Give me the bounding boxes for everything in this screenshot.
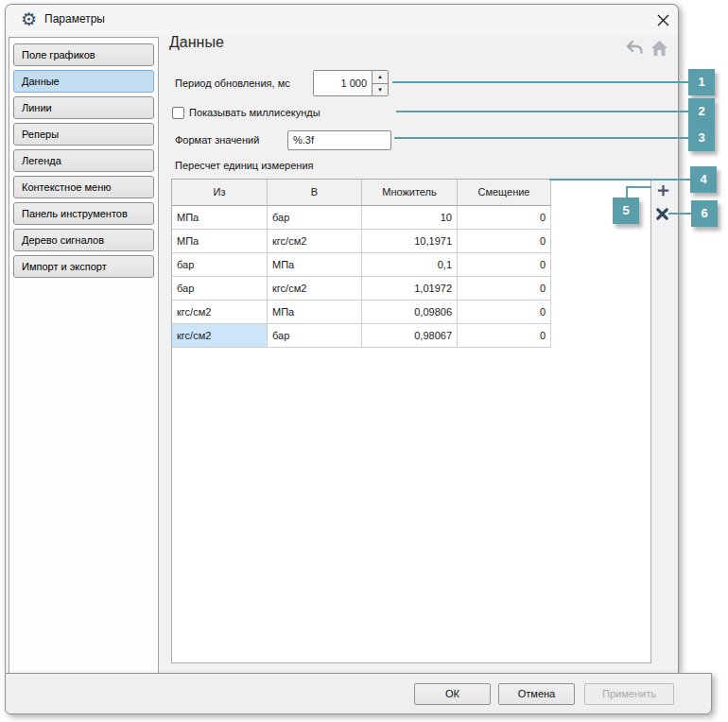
page-canvas: { "window": { "title": "Параметры" }, "i… — [0, 0, 728, 722]
show-milliseconds-label: Показывать миллисекунды — [189, 103, 321, 123]
callout-badge-2: 2 — [688, 98, 715, 125]
table-cell[interactable]: 10 — [362, 206, 458, 230]
update-period-value[interactable]: 1 000 — [314, 71, 372, 95]
value-format-input[interactable]: %.3f — [287, 130, 391, 150]
table-cell[interactable]: 0 — [458, 301, 551, 324]
table-cell[interactable]: бар — [268, 324, 362, 348]
conversion-section-label: Пересчет единиц измерения — [175, 160, 314, 171]
table-row: бар кгс/см2 1,01972 0 — [172, 277, 650, 301]
plus-icon — [656, 183, 670, 198]
table-cell[interactable]: кгс/см2 — [268, 230, 362, 253]
settings-dialog: ⚙ Параметры Поле графиков Данные Линии Р… — [5, 4, 679, 673]
home-button[interactable] — [650, 39, 668, 58]
chevron-down-icon: ▼ — [377, 87, 383, 93]
callout-badge-6: 6 — [691, 200, 718, 227]
spin-up-button[interactable]: ▲ — [373, 71, 388, 84]
table-cell[interactable]: 0 — [458, 230, 551, 253]
sidebar-item-signal-tree[interactable]: Дерево сигналов — [13, 229, 154, 251]
table-cell[interactable]: 0 — [458, 277, 551, 301]
table-row: бар МПа 0,1 0 — [172, 253, 650, 277]
ok-button[interactable]: ОК — [414, 683, 491, 705]
undo-arrow-icon — [625, 40, 644, 57]
callout-line-2 — [396, 111, 688, 112]
update-period-label: Период обновления, мс — [175, 70, 290, 96]
window-title: Параметры — [44, 5, 105, 34]
callout-badge-4: 4 — [690, 166, 717, 193]
sidebar-item-data[interactable]: Данные — [13, 70, 154, 93]
apply-button[interactable]: Применить — [584, 683, 674, 705]
column-header-multiplier: Множитель — [362, 180, 458, 206]
add-row-button[interactable] — [653, 180, 672, 199]
column-header-to: В — [268, 180, 362, 206]
table-cell[interactable]: МПа — [268, 253, 362, 277]
chevron-up-icon: ▲ — [377, 74, 383, 79]
sidebar-item-lines[interactable]: Линии — [13, 96, 154, 119]
home-icon — [650, 40, 668, 57]
cancel-button[interactable]: Отмена — [498, 683, 575, 705]
table-cell[interactable]: 0,98067 — [362, 324, 458, 348]
callout-badge-5: 5 — [613, 198, 639, 224]
column-header-from: Из — [172, 180, 268, 206]
spin-down-button[interactable]: ▼ — [373, 84, 388, 96]
table-cell[interactable]: бар — [268, 206, 362, 230]
callout-line-6 — [668, 213, 691, 215]
sidebar-item-plot-field[interactable]: Поле графиков — [13, 43, 154, 66]
sidebar-item-markers[interactable]: Реперы — [13, 123, 154, 146]
update-period-spinner: 1 000 ▲ ▼ — [313, 70, 389, 96]
table-cell[interactable]: кгс/см2 — [172, 301, 268, 324]
column-header-offset: Смещение — [458, 180, 551, 206]
value-format-label: Формат значений — [175, 130, 259, 150]
title-bar: ⚙ Параметры — [6, 5, 678, 35]
settings-nav-panel: Поле графиков Данные Линии Реперы Легенд… — [9, 37, 159, 677]
callout-line-3 — [394, 137, 688, 139]
dialog-footer: ОК Отмена Применить — [5, 673, 712, 714]
callout-line-4 — [549, 179, 690, 180]
sidebar-item-context-menu[interactable]: Контекстное меню — [13, 176, 154, 198]
table-cell[interactable]: бар — [172, 277, 268, 301]
table-row: кгс/см2 МПа 0,09806 0 — [172, 301, 650, 324]
table-row: МПа кгс/см2 10,1971 0 — [172, 230, 650, 253]
callout-line-5 — [626, 186, 651, 188]
callout-line-1 — [392, 81, 688, 83]
page-title: Данные — [169, 34, 224, 51]
conversion-table: Из В Множитель Смещение МПа бар 10 0 МПа… — [171, 179, 651, 663]
sidebar-item-import-export[interactable]: Импорт и экспорт — [13, 255, 154, 278]
table-cell[interactable]: МПа — [268, 301, 362, 324]
table-row: МПа бар 10 0 — [172, 206, 650, 230]
close-button[interactable] — [653, 10, 672, 29]
table-row: кгс/см2 бар 0,98067 0 — [172, 324, 650, 348]
table-cell[interactable]: 10,1971 — [362, 230, 458, 253]
callout-badge-3: 3 — [688, 125, 715, 151]
table-cell[interactable]: 0 — [458, 253, 551, 277]
delete-x-icon — [655, 207, 669, 221]
sidebar-item-legend[interactable]: Легенда — [13, 149, 154, 172]
table-cell[interactable]: 0 — [458, 206, 551, 230]
undo-button[interactable] — [625, 39, 644, 58]
table-cell[interactable]: 0,1 — [362, 253, 458, 277]
table-cell[interactable]: 0 — [458, 324, 551, 348]
table-cell[interactable]: 0,09806 — [362, 301, 458, 324]
table-cell[interactable]: бар — [172, 253, 268, 277]
callout-badge-1: 1 — [688, 69, 715, 95]
show-milliseconds-checkbox[interactable] — [172, 107, 184, 119]
table-header-row: Из В Множитель Смещение — [172, 180, 650, 206]
sidebar-item-toolbar[interactable]: Панель инструментов — [13, 202, 154, 225]
table-cell[interactable]: МПа — [172, 230, 268, 253]
table-cell[interactable]: 1,01972 — [362, 277, 458, 301]
table-cell-selected[interactable]: кгс/см2 — [172, 324, 268, 348]
table-cell[interactable]: МПа — [172, 206, 268, 230]
spinner-buttons: ▲ ▼ — [372, 71, 388, 95]
table-cell[interactable]: кгс/см2 — [268, 277, 362, 301]
close-x-icon — [657, 14, 669, 26]
gear-icon: ⚙ — [21, 9, 37, 30]
